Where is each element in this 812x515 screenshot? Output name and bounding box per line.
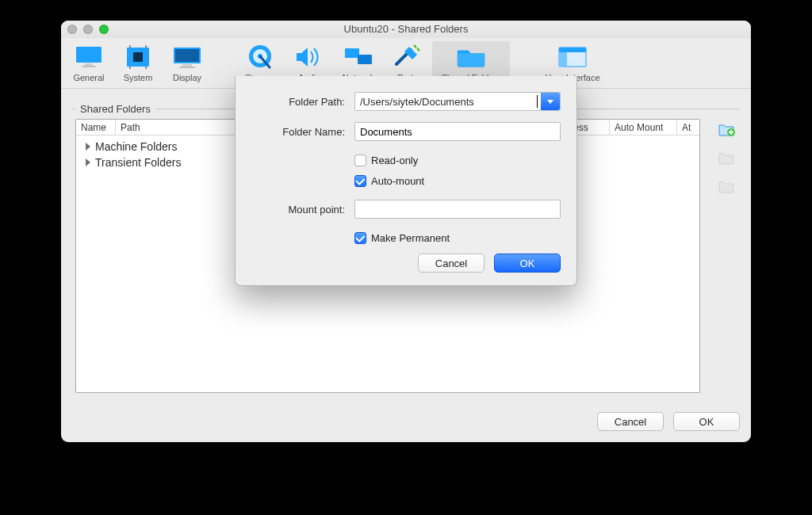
tab-label: General [73,73,104,82]
tab-system[interactable]: System [113,41,163,88]
tab-label: Display [173,73,201,82]
add-folder-button[interactable] [718,120,735,138]
column-automount[interactable]: Auto Mount [610,120,677,135]
checkbox-icon [354,154,366,166]
auto-mount-checkbox[interactable]: Auto-mount [354,173,561,189]
svg-rect-10 [175,49,199,62]
folder-path-label: Folder Path: [251,96,345,108]
svg-rect-1 [85,63,93,66]
window-close-button[interactable] [67,25,77,34]
folder-edit-icon [718,149,735,166]
checkbox-checked-icon [354,175,366,187]
remove-folder-button[interactable] [718,177,735,195]
auto-mount-label: Auto-mount [371,175,424,187]
svg-rect-2 [82,66,96,67]
svg-rect-17 [358,55,372,64]
row-label: Transient Folders [95,156,181,169]
column-name[interactable]: Name [76,120,116,135]
column-at[interactable]: At [677,120,699,135]
svg-rect-4 [133,52,143,62]
titlebar [61,21,751,38]
add-share-sheet: Folder Path: /Users/siytek/Documents Fol… [235,76,577,286]
read-only-label: Read-only [371,154,418,166]
folder-minus-icon [718,177,735,195]
folder-name-label: Folder Name: [251,126,345,138]
monitor-icon [72,44,105,70]
window-minimize-button[interactable] [83,25,93,34]
settings-window: Ubuntu20 - Shared Folders General [61,21,751,442]
make-permanent-label: Make Permanent [371,232,450,244]
mount-point-field[interactable] [354,200,561,219]
mount-point-label: Mount point: [251,204,345,216]
tab-general[interactable]: General [64,41,113,88]
display-icon [170,44,204,70]
network-icon [342,44,375,70]
svg-rect-12 [179,67,195,68]
folder-name-field[interactable] [354,122,561,141]
chevron-down-icon[interactable] [541,93,560,110]
svg-rect-11 [182,64,192,67]
svg-line-18 [414,45,416,48]
text-caret [537,95,538,108]
svg-rect-22 [559,48,586,52]
checkbox-checked-icon [354,232,366,244]
folder-path-value: /Users/siytek/Documents [360,96,536,108]
chip-icon [121,44,155,70]
folder-path-combo[interactable]: /Users/siytek/Documents [354,92,561,111]
make-permanent-checkbox[interactable]: Make Permanent [354,230,561,246]
group-title: Shared Folders [75,103,155,115]
tab-display[interactable]: Display [163,41,212,88]
svg-rect-20 [458,53,485,67]
ok-button[interactable]: OK [673,412,740,431]
disclosure-triangle-icon[interactable] [86,158,90,166]
row-label: Machine Folders [95,140,178,153]
speaker-icon [293,44,326,70]
tab-label: System [124,73,153,82]
window-layout-icon [556,44,589,70]
svg-rect-23 [559,52,567,67]
cancel-button[interactable]: Cancel [597,412,664,431]
disk-icon [243,44,277,70]
edit-folder-button[interactable] [718,149,735,166]
folder-icon [454,44,488,70]
disclosure-triangle-icon[interactable] [86,143,90,151]
sheet-cancel-button[interactable]: Cancel [418,254,485,273]
read-only-checkbox[interactable]: Read-only [354,152,561,168]
window-zoom-button[interactable] [99,25,109,34]
ports-icon [391,44,424,70]
sheet-ok-button[interactable]: OK [494,254,561,273]
svg-rect-16 [345,48,359,58]
svg-line-19 [417,48,419,51]
folder-plus-icon [718,120,735,138]
svg-rect-0 [76,47,102,63]
